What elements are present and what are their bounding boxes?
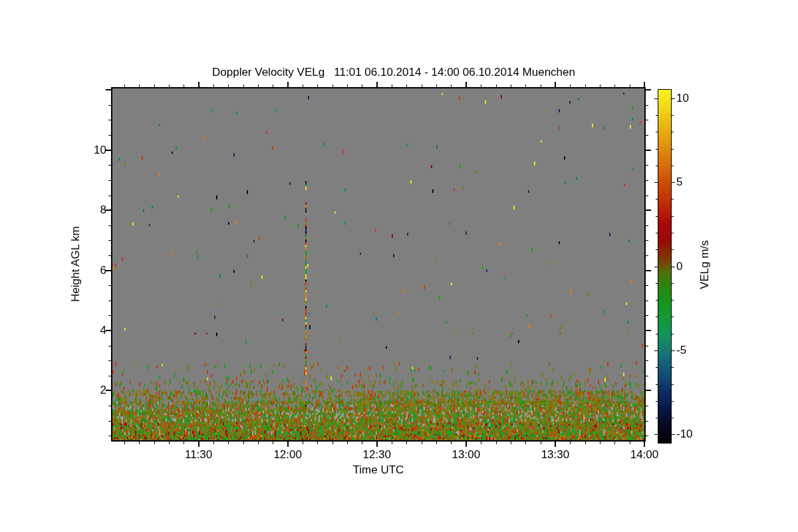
x-tick-label: 13:00 — [440, 448, 493, 462]
x-tick-label: 11:30 — [172, 448, 225, 462]
x-tick-label: 13:30 — [529, 448, 582, 462]
y-tick-label: 4 — [66, 324, 106, 337]
x-tick-label: 12:30 — [350, 448, 404, 462]
x-tick-label: 14:00 — [618, 448, 671, 462]
doppler-velocity-figure: Doppler Velocity VELg 11:01 06.10.2014 -… — [0, 0, 798, 532]
y-tick-label: 10 — [66, 144, 106, 157]
y-tick-label: 6 — [66, 264, 106, 277]
colorbar-tick-label: 10 — [676, 92, 706, 105]
y-tick-label: 2 — [66, 384, 106, 397]
y-tick-label: 8 — [66, 203, 106, 217]
x-tick-label: 12:00 — [261, 448, 315, 462]
tick-labels-layer: 11:3012:0012:3013:0013:3014:002468101050… — [0, 0, 798, 532]
colorbar-tick-label: 5 — [676, 176, 706, 189]
colorbar-tick-label: -5 — [676, 344, 706, 357]
colorbar-tick-label: -10 — [676, 428, 706, 441]
colorbar-tick-label: 0 — [676, 260, 706, 273]
